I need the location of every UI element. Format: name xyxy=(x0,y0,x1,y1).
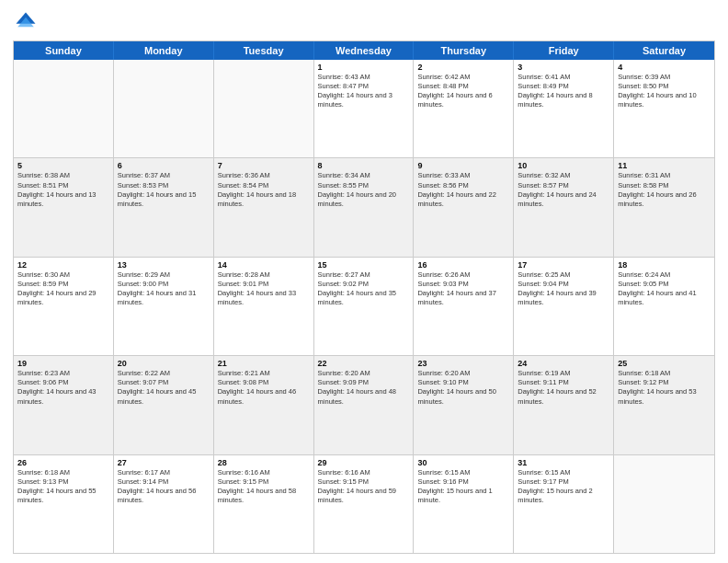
calendar-day-8: 8Sunrise: 6:34 AM Sunset: 8:55 PM Daylig… xyxy=(314,158,415,256)
calendar-day-7: 7Sunrise: 6:36 AM Sunset: 8:54 PM Daylig… xyxy=(214,158,314,256)
cell-info: Sunrise: 6:26 AM Sunset: 9:03 PM Dayligh… xyxy=(417,270,509,308)
cell-date-number: 24 xyxy=(518,359,609,368)
calendar-day-21: 21Sunrise: 6:21 AM Sunset: 9:08 PM Dayli… xyxy=(214,356,314,454)
calendar-day-10: 10Sunrise: 6:32 AM Sunset: 8:57 PM Dayli… xyxy=(514,158,614,256)
cell-info: Sunrise: 6:41 AM Sunset: 8:49 PM Dayligh… xyxy=(518,73,609,110)
cell-info: Sunrise: 6:15 AM Sunset: 9:17 PM Dayligh… xyxy=(518,468,609,506)
calendar-day-30: 30Sunrise: 6:15 AM Sunset: 9:16 PM Dayli… xyxy=(414,455,514,553)
calendar-week-4: 19Sunrise: 6:23 AM Sunset: 9:06 PM Dayli… xyxy=(14,356,714,454)
calendar-day-empty xyxy=(214,60,314,157)
calendar-day-28: 28Sunrise: 6:16 AM Sunset: 9:15 PM Dayli… xyxy=(214,455,314,553)
calendar-day-19: 19Sunrise: 6:23 AM Sunset: 9:06 PM Dayli… xyxy=(14,356,114,454)
cell-date-number: 18 xyxy=(618,260,711,270)
calendar-day-17: 17Sunrise: 6:25 AM Sunset: 9:04 PM Dayli… xyxy=(514,258,614,355)
cell-date-number: 5 xyxy=(17,161,109,170)
cell-info: Sunrise: 6:15 AM Sunset: 9:16 PM Dayligh… xyxy=(417,468,509,506)
calendar-day-6: 6Sunrise: 6:37 AM Sunset: 8:53 PM Daylig… xyxy=(114,158,214,256)
calendar-day-26: 26Sunrise: 6:18 AM Sunset: 9:13 PM Dayli… xyxy=(14,455,114,553)
calendar-body: 1Sunrise: 6:43 AM Sunset: 8:47 PM Daylig… xyxy=(14,60,714,553)
day-header-thursday: Thursday xyxy=(414,41,514,60)
cell-info: Sunrise: 6:16 AM Sunset: 9:15 PM Dayligh… xyxy=(218,468,310,506)
cell-date-number: 27 xyxy=(118,458,210,467)
cell-info: Sunrise: 6:37 AM Sunset: 8:53 PM Dayligh… xyxy=(118,171,210,209)
calendar-day-20: 20Sunrise: 6:22 AM Sunset: 9:07 PM Dayli… xyxy=(114,356,214,454)
calendar-day-16: 16Sunrise: 6:26 AM Sunset: 9:03 PM Dayli… xyxy=(414,258,514,355)
cell-date-number: 15 xyxy=(318,260,410,270)
cell-date-number: 17 xyxy=(518,260,609,270)
cell-date-number: 31 xyxy=(518,458,609,467)
cell-date-number: 7 xyxy=(218,161,310,170)
calendar-day-23: 23Sunrise: 6:20 AM Sunset: 9:10 PM Dayli… xyxy=(414,356,514,454)
day-header-friday: Friday xyxy=(514,41,614,60)
calendar-day-31: 31Sunrise: 6:15 AM Sunset: 9:17 PM Dayli… xyxy=(514,455,614,553)
cell-date-number: 30 xyxy=(417,458,509,467)
cell-date-number: 23 xyxy=(417,359,509,368)
calendar-day-18: 18Sunrise: 6:24 AM Sunset: 9:05 PM Dayli… xyxy=(614,258,714,355)
cell-info: Sunrise: 6:21 AM Sunset: 9:08 PM Dayligh… xyxy=(218,369,310,407)
logo xyxy=(13,9,42,35)
cell-info: Sunrise: 6:31 AM Sunset: 8:58 PM Dayligh… xyxy=(618,171,711,209)
cell-info: Sunrise: 6:28 AM Sunset: 9:01 PM Dayligh… xyxy=(218,270,310,308)
day-header-wednesday: Wednesday xyxy=(314,41,415,60)
cell-date-number: 13 xyxy=(118,260,210,270)
calendar-week-3: 12Sunrise: 6:30 AM Sunset: 8:59 PM Dayli… xyxy=(14,258,714,356)
cell-date-number: 14 xyxy=(218,260,310,270)
calendar-day-empty xyxy=(14,60,114,157)
cell-date-number: 21 xyxy=(218,359,310,368)
cell-date-number: 28 xyxy=(218,458,310,467)
calendar-day-4: 4Sunrise: 6:39 AM Sunset: 8:50 PM Daylig… xyxy=(614,60,714,157)
cell-date-number: 8 xyxy=(318,161,410,170)
calendar-day-14: 14Sunrise: 6:28 AM Sunset: 9:01 PM Dayli… xyxy=(214,258,314,355)
cell-info: Sunrise: 6:29 AM Sunset: 9:00 PM Dayligh… xyxy=(118,270,210,308)
cell-info: Sunrise: 6:20 AM Sunset: 9:10 PM Dayligh… xyxy=(417,369,509,407)
cell-info: Sunrise: 6:34 AM Sunset: 8:55 PM Dayligh… xyxy=(318,171,410,209)
cell-info: Sunrise: 6:18 AM Sunset: 9:12 PM Dayligh… xyxy=(618,369,711,407)
cell-date-number: 1 xyxy=(318,63,410,72)
cell-info: Sunrise: 6:43 AM Sunset: 8:47 PM Dayligh… xyxy=(318,73,410,110)
cell-info: Sunrise: 6:42 AM Sunset: 8:48 PM Dayligh… xyxy=(417,73,509,110)
cell-info: Sunrise: 6:19 AM Sunset: 9:11 PM Dayligh… xyxy=(518,369,609,407)
cell-date-number: 2 xyxy=(417,63,509,72)
calendar-header: SundayMondayTuesdayWednesdayThursdayFrid… xyxy=(14,41,714,60)
page: SundayMondayTuesdayWednesdayThursdayFrid… xyxy=(0,0,728,563)
cell-date-number: 22 xyxy=(318,359,410,368)
calendar-day-24: 24Sunrise: 6:19 AM Sunset: 9:11 PM Dayli… xyxy=(514,356,614,454)
cell-info: Sunrise: 6:18 AM Sunset: 9:13 PM Dayligh… xyxy=(17,468,109,506)
cell-info: Sunrise: 6:22 AM Sunset: 9:07 PM Dayligh… xyxy=(118,369,210,407)
cell-date-number: 9 xyxy=(417,161,509,170)
calendar-day-22: 22Sunrise: 6:20 AM Sunset: 9:09 PM Dayli… xyxy=(314,356,415,454)
calendar-week-5: 26Sunrise: 6:18 AM Sunset: 9:13 PM Dayli… xyxy=(14,455,714,553)
cell-info: Sunrise: 6:39 AM Sunset: 8:50 PM Dayligh… xyxy=(618,73,711,110)
calendar-day-empty xyxy=(114,60,214,157)
cell-date-number: 26 xyxy=(17,458,109,467)
calendar-day-27: 27Sunrise: 6:17 AM Sunset: 9:14 PM Dayli… xyxy=(114,455,214,553)
cell-date-number: 19 xyxy=(17,359,109,368)
calendar-week-1: 1Sunrise: 6:43 AM Sunset: 8:47 PM Daylig… xyxy=(14,60,714,158)
cell-info: Sunrise: 6:32 AM Sunset: 8:57 PM Dayligh… xyxy=(518,171,609,209)
calendar-day-3: 3Sunrise: 6:41 AM Sunset: 8:49 PM Daylig… xyxy=(514,60,614,157)
day-header-tuesday: Tuesday xyxy=(214,41,314,60)
cell-date-number: 11 xyxy=(618,161,711,170)
cell-info: Sunrise: 6:24 AM Sunset: 9:05 PM Dayligh… xyxy=(618,270,711,308)
calendar-week-2: 5Sunrise: 6:38 AM Sunset: 8:51 PM Daylig… xyxy=(14,158,714,257)
cell-date-number: 29 xyxy=(318,458,410,467)
cell-date-number: 10 xyxy=(518,161,609,170)
calendar-day-29: 29Sunrise: 6:16 AM Sunset: 9:15 PM Dayli… xyxy=(314,455,415,553)
cell-info: Sunrise: 6:38 AM Sunset: 8:51 PM Dayligh… xyxy=(17,171,109,209)
cell-info: Sunrise: 6:17 AM Sunset: 9:14 PM Dayligh… xyxy=(118,468,210,506)
cell-date-number: 20 xyxy=(118,359,210,368)
cell-info: Sunrise: 6:30 AM Sunset: 8:59 PM Dayligh… xyxy=(17,270,109,308)
calendar-day-12: 12Sunrise: 6:30 AM Sunset: 8:59 PM Dayli… xyxy=(14,258,114,355)
cell-date-number: 4 xyxy=(618,63,711,72)
day-header-monday: Monday xyxy=(114,41,214,60)
calendar-day-1: 1Sunrise: 6:43 AM Sunset: 8:47 PM Daylig… xyxy=(314,60,415,157)
calendar-day-11: 11Sunrise: 6:31 AM Sunset: 8:58 PM Dayli… xyxy=(614,158,714,256)
cell-info: Sunrise: 6:23 AM Sunset: 9:06 PM Dayligh… xyxy=(17,369,109,407)
cell-info: Sunrise: 6:33 AM Sunset: 8:56 PM Dayligh… xyxy=(417,171,509,209)
calendar-day-9: 9Sunrise: 6:33 AM Sunset: 8:56 PM Daylig… xyxy=(414,158,514,256)
cell-info: Sunrise: 6:25 AM Sunset: 9:04 PM Dayligh… xyxy=(518,270,609,308)
cell-info: Sunrise: 6:16 AM Sunset: 9:15 PM Dayligh… xyxy=(318,468,410,506)
calendar-day-5: 5Sunrise: 6:38 AM Sunset: 8:51 PM Daylig… xyxy=(14,158,114,256)
cell-info: Sunrise: 6:36 AM Sunset: 8:54 PM Dayligh… xyxy=(218,171,310,209)
calendar-day-13: 13Sunrise: 6:29 AM Sunset: 9:00 PM Dayli… xyxy=(114,258,214,355)
